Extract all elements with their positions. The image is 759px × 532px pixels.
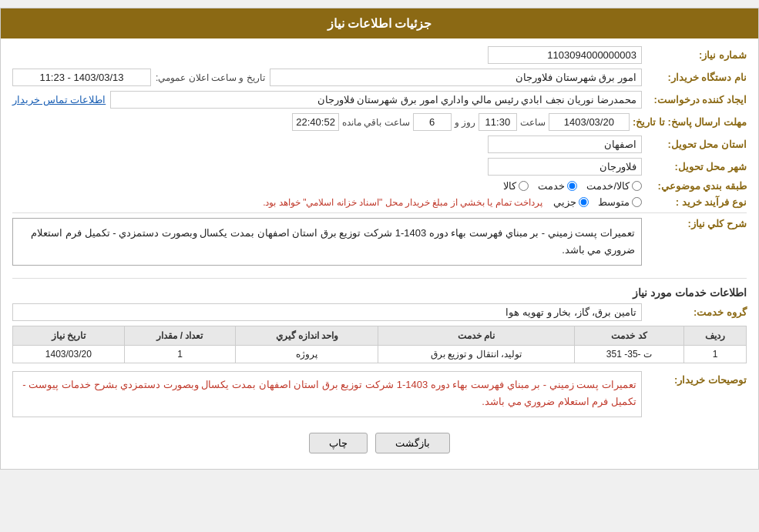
mohlat-label: مهلت ارسال پاسخ: تا تاريخ:	[633, 116, 747, 128]
radio-khedmat-label: خدمت	[538, 180, 565, 192]
radio-jazyi[interactable]: جزيي	[553, 196, 589, 208]
mohlat-roz-label: روز و	[455, 117, 475, 128]
radio-kala-label: كالا	[503, 180, 516, 192]
radio-kala-khedmat[interactable]: كالا/خدمت	[586, 180, 642, 192]
page-title: جزئيات اطلاعات نياز	[327, 17, 432, 30]
col-tarikh-niaz: تاريخ نياز	[13, 326, 125, 346]
table-row: 1ت -35- 351توليد، انتقال و توزيع برقپروژ…	[13, 346, 747, 363]
button-row: بازگشت چاپ	[12, 425, 747, 461]
col-kod-khadamat: كد خدمت	[574, 326, 684, 346]
mohlat-roz: 6	[413, 113, 452, 131]
mohlat-remaining-label: ساعت باقي مانده	[342, 117, 410, 128]
nam-dastgah-value: امور برق شهرستان فلاورجان	[270, 69, 642, 86]
btn-chap[interactable]: چاپ	[309, 433, 368, 453]
tarikh-alan-label: تاريخ و ساعت اعلان عمومي:	[156, 72, 265, 83]
radio-khedmat-input[interactable]	[567, 181, 577, 191]
farayand-note: پرداخت تمام يا بخشي از مبلغ خريدار محل "…	[263, 197, 542, 208]
sharh-koli-desc: تعميرات پست زميني - بر مبناي فهرست بهاء …	[12, 218, 642, 266]
radio-mottasat[interactable]: متوسط	[598, 196, 642, 208]
no-farayand-group: متوسط جزيي	[553, 196, 642, 208]
radio-jazyi-input[interactable]	[579, 197, 589, 207]
radio-mottasat-input[interactable]	[632, 197, 642, 207]
col-nam-khadamat: نام خدمت	[378, 326, 574, 346]
radio-kala-khedmat-input[interactable]	[632, 181, 642, 191]
sharh-koli-label: شرح كلي نياز:	[646, 218, 747, 229]
mohlat-saat: 11:30	[479, 113, 517, 131]
radio-kala-khedmat-label: كالا/خدمت	[586, 180, 630, 192]
radio-kala[interactable]: كالا	[503, 180, 529, 192]
ijad-konande-value: محمدرضا نوريان نجف ابادي رئيس مالي وادار…	[110, 91, 642, 109]
ijad-konande-label: ايجاد كننده درخواست:	[646, 94, 747, 105]
shahr-value: فلاورجان	[488, 158, 642, 176]
radio-khedmat[interactable]: خدمت	[538, 180, 577, 192]
taife-bandi-group: كالا/خدمت خدمت كالا	[503, 180, 642, 192]
tarikh-alan-value: 1403/03/13 - 11:23	[12, 69, 151, 86]
radio-kala-input[interactable]	[519, 181, 529, 191]
groupe-khadamat-value: تامين برق، گاز، بخار و تهويه هوا	[12, 303, 642, 321]
no-farayand-label: نوع فرآيند خريد :	[646, 196, 747, 208]
shahr-label: شهر محل تحويل:	[646, 161, 747, 172]
col-vahed: واحد اندازه گيري	[236, 326, 378, 346]
col-tedad: تعداد / مقدار	[124, 326, 236, 346]
touseif-kharidaar-value: تعميرات پست زميني - بر مبناي فهرست بهاء …	[12, 371, 642, 417]
ostan-value: اصفهان	[488, 136, 642, 153]
radio-mottasat-label: متوسط	[598, 196, 630, 208]
col-radif: رديف	[684, 326, 747, 346]
groupe-khadamat-label: گروه خدمت:	[646, 306, 747, 318]
btn-bazgasht[interactable]: بازگشت	[375, 433, 450, 453]
mohlat-date: 1403/03/20	[549, 113, 630, 131]
radio-jazyi-label: جزيي	[553, 196, 576, 208]
taife-bandi-label: طبقه بندي موضوعي:	[646, 180, 747, 192]
khadamat-title: اطلاعات خدمات مورد نياز	[12, 286, 747, 299]
page-header: جزئيات اطلاعات نياز	[1, 8, 758, 38]
ijad-konande-link[interactable]: اطلاعات تماس خريدار	[12, 94, 106, 105]
nam-dastgah-label: نام دستگاه خريدار:	[646, 72, 747, 83]
shomare-niaz-value: 1103094000000003	[488, 46, 642, 64]
service-table: رديف كد خدمت نام خدمت واحد اندازه گيري ت…	[12, 326, 747, 363]
touseif-kharidaar-label: توصيحات خريدار:	[646, 371, 747, 386]
mohlat-saat-label: ساعت	[520, 117, 546, 128]
ostan-label: استان محل تحويل:	[646, 139, 747, 150]
mohlat-remaining: 22:40:52	[292, 113, 339, 131]
shomare-niaz-label: شماره نياز:	[646, 49, 747, 61]
